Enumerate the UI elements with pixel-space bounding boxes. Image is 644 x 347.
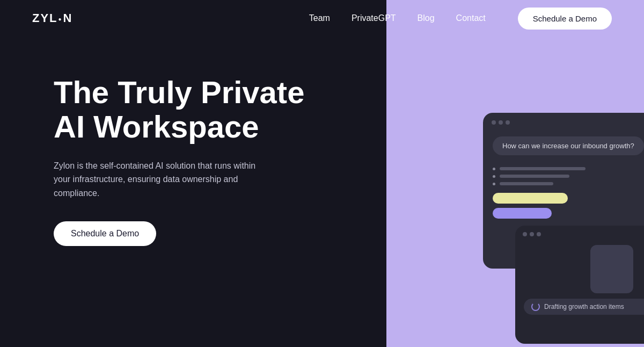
window-dots-main <box>483 113 644 132</box>
logo: ZYL●N <box>32 11 73 25</box>
schedule-demo-hero-button[interactable]: Schedule a Demo <box>54 221 156 246</box>
loading-spinner-icon <box>531 302 540 311</box>
hero-subtitle: Zylon is the self-contained AI solution … <box>54 159 274 200</box>
dot8 <box>530 232 534 236</box>
list-dot-1 <box>493 168 495 170</box>
window-dots-bottom <box>515 226 644 243</box>
schedule-demo-nav-button[interactable]: Schedule a Demo <box>518 8 612 30</box>
dot9 <box>537 232 541 236</box>
nav-contact[interactable]: Contact <box>456 13 486 23</box>
chat-question-bubble: How can we increase our inbound growth? <box>493 136 644 155</box>
nav-blog[interactable]: Blog <box>418 13 435 23</box>
list-dot-3 <box>493 183 495 185</box>
card-bottom: Drafting growth action items <box>515 226 644 344</box>
status-text: Drafting growth action items <box>544 303 624 310</box>
list-bar-3 <box>500 182 553 185</box>
yellow-bar <box>493 193 568 204</box>
bottom-status: Drafting growth action items <box>524 299 644 315</box>
bottom-thumb <box>590 245 633 293</box>
list-bar-2 <box>500 175 569 178</box>
page-wrapper: ZYL●N Team PrivateGPT Blog Contact Sched… <box>0 0 644 347</box>
illustration: How can we increase our inbound growth? <box>451 43 644 344</box>
navbar: ZYL●N Team PrivateGPT Blog Contact Sched… <box>0 0 644 37</box>
list-bar-1 <box>500 167 586 170</box>
list-line-2 <box>493 175 644 178</box>
list-line-3 <box>493 182 644 185</box>
nav-team[interactable]: Team <box>309 13 330 23</box>
nav-privategpt[interactable]: PrivateGPT <box>352 13 396 23</box>
chat-area: How can we increase our inbound growth? <box>483 132 644 160</box>
purple-bar <box>493 208 552 219</box>
dot4 <box>492 120 496 125</box>
dot7 <box>523 232 527 236</box>
list-lines <box>493 167 644 185</box>
dot5 <box>499 120 503 125</box>
list-dot-2 <box>493 175 495 178</box>
hero-title: The Truly Private AI Workspace <box>54 75 322 144</box>
list-line-1 <box>493 167 644 170</box>
hero-content: The Truly Private AI Workspace Zylon is … <box>54 75 322 246</box>
dot6 <box>506 120 510 125</box>
nav-links: Team PrivateGPT Blog Contact <box>309 13 486 23</box>
